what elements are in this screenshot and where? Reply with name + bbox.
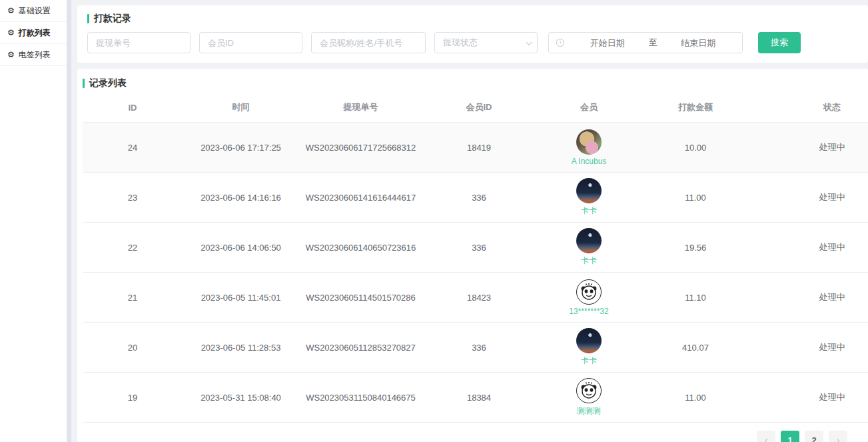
cell-member: 13*******32 [536,273,642,323]
member-avatar [576,378,602,403]
filter-bar: 提现状态 至 搜索 [87,32,858,53]
table-row: 20 2023-06-05 11:28:53 WS202306051128532… [83,323,868,373]
content-gap [71,0,77,442]
table-title: 记录列表 [89,77,127,89]
table-row: 23 2023-06-06 14:16:16 WS202306061416164… [83,173,868,223]
cell-id: 23 [83,173,183,223]
col-header-id: ID [83,95,183,123]
member-info-input[interactable] [311,32,426,53]
withdraw-order-input[interactable] [87,32,191,53]
page-button-1[interactable]: 1 [781,431,799,442]
member-name-link[interactable]: 卡卡 [581,255,597,267]
cell-member: 卡卡 [536,323,642,373]
cell-time: 2023-06-05 11:45:01 [183,273,299,323]
col-header-member-id: 会员ID [422,95,536,123]
cell-order-no: WS20230605114501570286 [299,273,422,323]
member-avatar [576,279,602,305]
cell-status: 处理中 [749,373,868,423]
cell-id: 19 [83,373,183,423]
sidebar-item-esign-list[interactable]: ⚙ 电签列表 [0,44,67,66]
next-page-button[interactable]: › [829,431,847,442]
member-name-link[interactable]: 卡卡 [581,355,597,367]
date-range-separator: 至 [645,37,661,49]
member-id-input[interactable] [199,32,302,53]
withdraw-status-select[interactable]: 提现状态 [434,32,538,53]
col-header-amount: 打款金额 [642,95,749,123]
search-section-title: 打款记录 [87,13,858,25]
sidebar-rail [67,0,71,442]
sidebar: ⚙ 基础设置 ⚙ 打款列表 ⚙ 电签列表 [0,0,67,442]
member-avatar [576,178,602,203]
cell-member: 测测测 [536,373,642,423]
cell-id: 24 [83,123,183,173]
cell-amount: 11.10 [642,273,749,323]
sidebar-item-label: 打款列表 [19,27,51,39]
select-placeholder: 提现状态 [443,37,478,49]
prev-page-button[interactable]: ‹ [757,431,775,442]
cell-id: 22 [83,223,183,273]
sidebar-item-basic-settings[interactable]: ⚙ 基础设置 [0,0,67,22]
cell-status: 处理中 [749,173,868,223]
cell-member-id: 336 [422,173,536,223]
record-list-card: 记录列表 ID 时间 提现单号 会员ID 会员 打款金额 状态 [77,69,868,442]
app-layout: ⚙ 基础设置 ⚙ 打款列表 ⚙ 电签列表 打款记录 提现状态 [0,0,868,442]
title-accent-bar [83,79,85,88]
col-header-order-no: 提现单号 [299,95,422,123]
start-date-input[interactable] [570,38,645,48]
cell-status: 处理中 [749,223,868,273]
col-header-member: 会员 [536,95,642,123]
cell-order-no: WS20230605112853270827 [299,323,422,373]
cell-time: 2023-05-31 15:08:40 [183,373,299,423]
date-range-picker[interactable]: 至 [548,32,743,53]
member-name-link[interactable]: 13*******32 [569,307,608,316]
cell-member: 卡卡 [536,223,642,273]
search-button[interactable]: 搜索 [758,32,801,53]
cell-amount: 10.00 [642,123,749,173]
cell-amount: 410.07 [642,323,749,373]
gear-icon: ⚙ [7,51,15,59]
gear-icon: ⚙ [7,29,15,37]
member-name-link[interactable]: A Incubus [572,157,607,166]
cell-order-no: WS20230606171725668312 [299,123,422,173]
table-row: 24 2023-06-06 17:17:25 WS202306061717256… [83,123,868,173]
cell-member-id: 18423 [422,273,536,323]
page-title: 打款记录 [94,13,131,25]
cell-status: 处理中 [749,123,868,173]
pagination: ‹ 1 2 › [83,423,863,442]
gear-icon: ⚙ [7,7,15,15]
cell-time: 2023-06-06 14:06:50 [183,223,299,273]
sidebar-item-label: 基础设置 [19,5,51,17]
page-button-2[interactable]: 2 [805,431,823,442]
end-date-input[interactable] [661,38,736,48]
col-header-time: 时间 [183,95,299,123]
member-name-link[interactable]: 测测测 [577,405,601,417]
table-header-row: ID 时间 提现单号 会员ID 会员 打款金额 状态 [83,95,868,123]
cell-member: 卡卡 [536,173,642,223]
member-avatar [576,328,602,353]
col-header-status: 状态 [749,95,868,123]
title-accent-bar [87,14,89,23]
cell-order-no: WS20230606140650723616 [299,223,422,273]
cell-amount: 11.00 [642,173,749,223]
clock-icon [556,38,565,47]
cell-status: 处理中 [749,273,868,323]
table-row: 19 2023-05-31 15:08:40 WS202305311508401… [83,373,868,423]
cell-time: 2023-06-05 11:28:53 [183,323,299,373]
payment-records-table: ID 时间 提现单号 会员ID 会员 打款金额 状态 24 2023-06-06… [83,95,868,423]
chevron-down-icon [526,39,532,45]
cell-member-id: 18384 [422,373,536,423]
member-avatar [576,129,602,155]
cell-amount: 19.56 [642,223,749,273]
cell-order-no: WS20230606141616444617 [299,173,422,223]
member-name-link[interactable]: 卡卡 [581,205,597,217]
cell-id: 21 [83,273,183,323]
cell-time: 2023-06-06 14:16:16 [183,173,299,223]
search-card: 打款记录 提现状态 至 [77,5,868,63]
table-row: 21 2023-06-05 11:45:01 WS202306051145015… [83,273,868,323]
cell-time: 2023-06-06 17:17:25 [183,123,299,173]
cell-id: 20 [83,323,183,373]
sidebar-item-payment-list[interactable]: ⚙ 打款列表 [0,22,67,44]
cell-order-no: WS20230531150840146675 [299,373,422,423]
cell-member: A Incubus [536,123,642,173]
cell-member-id: 336 [422,223,536,273]
